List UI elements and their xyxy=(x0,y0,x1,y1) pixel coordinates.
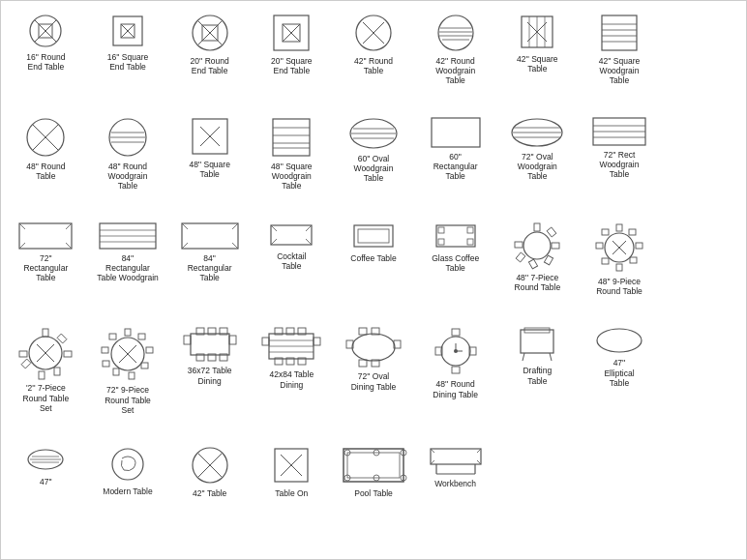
svg-point-97 xyxy=(523,232,551,259)
svg-rect-134 xyxy=(113,368,119,375)
svg-rect-120 xyxy=(57,334,67,343)
svg-rect-162 xyxy=(359,360,367,367)
item-table-on[interactable]: Table On xyxy=(252,443,332,522)
furniture-grid: 16'' RoundEnd Table 16'' SquareEnd Table xyxy=(6,11,741,549)
svg-line-74 xyxy=(19,243,25,249)
svg-rect-38 xyxy=(602,15,637,50)
svg-rect-170 xyxy=(452,329,460,336)
svg-rect-137 xyxy=(109,334,116,339)
svg-rect-158 xyxy=(314,338,320,345)
svg-rect-121 xyxy=(64,351,72,357)
svg-rect-94 xyxy=(467,227,473,233)
item-20-square-end-table[interactable]: 20'' SquareEnd Table xyxy=(252,11,332,110)
svg-rect-115 xyxy=(602,229,609,235)
svg-rect-135 xyxy=(103,361,109,367)
svg-rect-160 xyxy=(359,328,367,335)
item-empty3 xyxy=(661,220,741,321)
item-48-square-table[interactable]: 48'' SquareTable xyxy=(169,114,250,216)
item-16-round-end-table[interactable]: 16'' RoundEnd Table xyxy=(6,11,86,110)
svg-line-75 xyxy=(66,243,72,249)
svg-line-177 xyxy=(550,353,552,361)
item-42-round-woodgrain-table[interactable]: 42'' RoundWoodgrainTable xyxy=(415,11,495,110)
item-60-rectangular-table[interactable]: 60''RectangularTable xyxy=(415,114,495,216)
svg-rect-174 xyxy=(521,330,553,353)
item-48-round-woodgrain-table[interactable]: 48'' RoundWoodgrainTable xyxy=(88,114,168,216)
svg-rect-110 xyxy=(636,243,642,249)
item-42x84-table-dining[interactable]: 42x84 TableDining xyxy=(252,324,332,439)
svg-rect-113 xyxy=(602,258,609,264)
svg-rect-124 xyxy=(21,359,31,368)
item-empty1 xyxy=(661,11,741,110)
svg-rect-191 xyxy=(347,453,400,478)
svg-point-169 xyxy=(454,349,458,353)
svg-line-200 xyxy=(477,449,481,453)
item-84-rect-woodgrain[interactable]: 84''RectangularTable Woodgrain xyxy=(88,220,168,321)
item-48-round-dining-table[interactable]: 48'' RoundDining Table xyxy=(415,324,495,439)
item-60-oval-woodgrain-table[interactable]: 60'' OvalWoodgrainTable xyxy=(334,114,414,216)
item-47-table[interactable]: 47'' xyxy=(6,443,86,522)
item-84-rect-table[interactable]: 84''RectangularTable xyxy=(169,220,250,321)
svg-line-73 xyxy=(66,223,72,229)
item-72-rect-woodgrain-table[interactable]: 72'' RectWoodgrainTable xyxy=(580,114,660,216)
item-48-7piece-round-table[interactable]: 48'' 7-PieceRound Table xyxy=(497,220,578,321)
item-drafting-table[interactable]: DraftingTable xyxy=(497,324,578,439)
item-cocktail-table[interactable]: CocktailTable xyxy=(252,220,332,321)
svg-line-84 xyxy=(232,243,238,249)
svg-point-178 xyxy=(597,329,642,352)
svg-rect-119 xyxy=(43,329,48,337)
item-empty4 xyxy=(661,324,741,439)
svg-rect-108 xyxy=(616,224,622,231)
svg-rect-90 xyxy=(354,225,393,247)
item-42-round-table[interactable]: 42'' RoundTable xyxy=(334,11,414,110)
item-48-round-table[interactable]: 48'' RoundTable xyxy=(6,114,86,216)
item-empty2 xyxy=(661,114,741,216)
svg-rect-80 xyxy=(182,223,238,249)
svg-rect-100 xyxy=(552,243,559,249)
svg-rect-138 xyxy=(191,334,229,355)
item-72-oval-woodgrain-table[interactable]: 72'' OvalWoodgrainTable xyxy=(497,114,578,216)
svg-rect-122 xyxy=(54,368,60,375)
item-16-square-end-table[interactable]: 16'' SquareEnd Table xyxy=(88,11,168,110)
item-workbench[interactable]: Workbench xyxy=(415,443,495,522)
svg-rect-111 xyxy=(630,257,637,263)
svg-rect-131 xyxy=(146,347,153,353)
svg-rect-112 xyxy=(616,264,622,271)
svg-rect-109 xyxy=(629,229,636,235)
svg-rect-129 xyxy=(125,329,131,336)
svg-rect-104 xyxy=(515,242,523,248)
svg-rect-136 xyxy=(102,347,108,353)
svg-rect-92 xyxy=(436,225,475,247)
svg-rect-53 xyxy=(273,119,310,156)
item-72-9piece-round-table-set[interactable]: 72'' 9-PieceRound TableSet xyxy=(88,324,168,439)
item-pool-table[interactable]: Pool Table xyxy=(334,443,414,522)
svg-rect-132 xyxy=(141,363,148,368)
item-coffee-table[interactable]: Coffee Table xyxy=(334,220,414,321)
svg-line-201 xyxy=(431,460,434,464)
svg-line-89 xyxy=(306,239,312,245)
item-20-round-end-table[interactable]: 20'' RoundEnd Table xyxy=(169,11,250,110)
item-42-square-table[interactable]: 42'' SquareTable xyxy=(497,11,578,110)
svg-rect-157 xyxy=(262,338,269,345)
item-47-elliptical-table[interactable]: 47''EllipticalTable xyxy=(580,324,660,439)
svg-rect-172 xyxy=(452,367,460,373)
item-empty6 xyxy=(580,443,660,522)
item-72-rectangular-table[interactable]: 72''RectangularTable xyxy=(6,220,86,321)
item-48-9piece-round-table[interactable]: 48'' 9-PieceRound Table xyxy=(580,220,660,321)
svg-rect-91 xyxy=(358,229,389,243)
svg-rect-130 xyxy=(138,334,145,339)
svg-line-88 xyxy=(271,239,277,245)
item-72-oval-dining-table[interactable]: 72'' OvalDining Table xyxy=(334,324,414,439)
item-48-square-woodgrain-table[interactable]: 48'' SquareWoodgrainTable xyxy=(252,114,332,216)
item-modern-table[interactable]: Modern Table xyxy=(88,443,168,522)
svg-rect-95 xyxy=(438,239,444,245)
item-glass-coffee-table[interactable]: Glass CoffeeTable xyxy=(415,220,495,321)
item-72-7piece-round-table-set[interactable]: '2'' 7-PieceRound TableSet xyxy=(6,324,86,439)
item-36x72-table-dining[interactable]: 36x72 TableDining xyxy=(169,324,250,439)
svg-rect-198 xyxy=(431,449,481,464)
item-empty5 xyxy=(497,443,578,522)
item-42-square-woodgrain-table[interactable]: 42'' SquareWoodgrainTable xyxy=(580,11,660,110)
svg-rect-62 xyxy=(432,118,480,147)
item-42-table[interactable]: 42'' Table xyxy=(169,443,250,522)
svg-rect-123 xyxy=(39,371,45,379)
svg-line-87 xyxy=(306,225,312,231)
